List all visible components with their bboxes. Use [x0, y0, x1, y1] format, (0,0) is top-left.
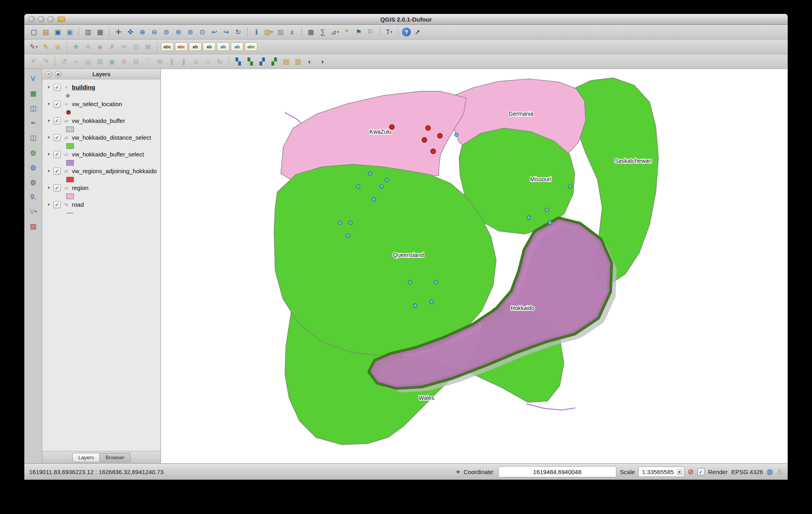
map-canvas[interactable]: SaskatchewanGermaniaMissouriKwaZuluWales… [161, 69, 788, 463]
add-wcs-layer-icon[interactable]: ◍ [27, 162, 39, 173]
building-point-13[interactable] [455, 133, 458, 136]
scale-combo-arrow-icon[interactable]: ▾ [677, 469, 682, 475]
region-queensland[interactable] [274, 164, 496, 356]
layer-checkbox-vw_select_location[interactable]: ✓ [53, 101, 61, 108]
layer-expand-arrow-icon[interactable]: ▾ [46, 101, 51, 107]
layer-item-road[interactable]: ▾✓∿road [42, 200, 160, 209]
merge-features-icon[interactable]: ∪ [190, 56, 201, 67]
zoom-out-icon[interactable]: ⊖ [149, 27, 160, 38]
map-tips-icon[interactable]: ❝ [341, 27, 352, 38]
whats-this-icon[interactable]: ➚ [412, 27, 423, 38]
layer-item-vw_hokkaido_buffer[interactable]: ▾✓▱vw_hokkaido_buffer [42, 116, 160, 125]
road-swatch[interactable] [66, 213, 73, 214]
pan-to-selection-icon[interactable]: ✜ [125, 27, 136, 38]
region-swatch[interactable] [66, 194, 74, 199]
layer-item-vw_select_location[interactable]: ▾✓∘vw_select_location [42, 99, 160, 109]
building-point-16[interactable] [548, 221, 552, 225]
field-calculator-icon[interactable]: ∑ [317, 27, 328, 38]
road-line-2[interactable] [526, 404, 575, 410]
add-part-icon[interactable]: ⊞ [95, 56, 105, 67]
help-contents-icon[interactable]: ? [402, 28, 411, 36]
increase-brightness-icon[interactable]: ▤ [281, 56, 291, 67]
building-point-12[interactable] [430, 300, 434, 304]
log-messages-icon[interactable]: ⚠ [776, 468, 783, 475]
building-point-1[interactable] [368, 172, 372, 175]
building-point-6[interactable] [339, 221, 342, 225]
layer-checkbox-vw_hokkaido_buffer_select[interactable]: ✓ [53, 151, 61, 158]
building-point-4[interactable] [356, 185, 360, 188]
layer-labeling-icon[interactable]: abc [161, 42, 174, 51]
save-project-as-icon[interactable]: ▣ [64, 27, 75, 38]
node-tool-icon[interactable]: ◈ [95, 42, 105, 52]
copy-features-icon[interactable]: ⊡ [131, 42, 141, 52]
tab-layers[interactable]: Layers [72, 453, 100, 462]
add-wms-layer-icon[interactable]: ◍ [27, 147, 39, 158]
layer-expand-arrow-icon[interactable]: ▾ [46, 118, 51, 123]
save-layer-edits-icon[interactable]: ▣ [52, 42, 63, 52]
merge-attributes-icon[interactable]: ∩ [202, 56, 213, 67]
label-show-hide-icon[interactable]: ab [203, 42, 216, 51]
new-print-composer-icon[interactable]: ▥ [83, 27, 93, 38]
split-features-icon[interactable]: ∥ [166, 56, 177, 67]
building-point-2[interactable] [385, 178, 388, 182]
add-wfs-layer-icon[interactable]: ◍ [27, 176, 39, 188]
select-by-expression-icon[interactable]: ε [287, 27, 298, 38]
vw_hokkaido_distance_select-swatch[interactable] [66, 143, 74, 149]
layer-expand-arrow-icon[interactable]: ▾ [46, 135, 51, 140]
zoom-native-icon[interactable]: ⊜ [161, 27, 172, 38]
panel-close-icon[interactable]: ✕ [45, 71, 52, 77]
crs-status-icon[interactable]: ◍ [766, 468, 773, 475]
zoom-full-icon[interactable]: ⊛ [173, 27, 184, 38]
scale-combo[interactable]: 1:33565585 ▾ [638, 467, 684, 477]
layer-expand-arrow-icon[interactable]: ▾ [46, 152, 51, 157]
offset-curve-icon[interactable]: ≋ [154, 56, 165, 67]
reshape-features-icon[interactable]: ⌒ [143, 56, 153, 67]
zoom-last-icon[interactable]: ↩ [209, 27, 220, 38]
label-move-icon[interactable]: ab [217, 42, 230, 51]
stop-rendering-icon[interactable]: ⊘ [688, 468, 694, 475]
layer-expand-arrow-icon[interactable]: ▾ [46, 185, 51, 190]
layer-checkbox-region[interactable]: ✓ [53, 184, 61, 192]
show-bookmarks-icon[interactable]: ⚐ [365, 27, 376, 38]
vw_regions_adjoining_hokkaido-swatch[interactable] [66, 177, 74, 182]
add-feature-icon[interactable]: ✚ [71, 42, 81, 52]
vw_hokkaido_buffer-swatch[interactable] [66, 127, 74, 132]
panel-float-icon[interactable]: ◉ [55, 71, 61, 77]
label-rotate-icon[interactable]: ab [231, 42, 244, 51]
zoom-to-selection-icon[interactable]: ⊚ [185, 27, 196, 38]
new-project-icon[interactable]: ▢ [28, 27, 39, 38]
identify-features-icon[interactable]: ℹ [251, 27, 262, 38]
local-cumulative-stretch-icon[interactable]: ▞ [257, 56, 267, 67]
layer-item-building[interactable]: ▾✓∘building [42, 83, 160, 92]
building-point-7[interactable] [349, 221, 352, 225]
add-spatialite-layer-icon[interactable]: ✒ [27, 117, 39, 128]
building-point-15[interactable] [545, 208, 549, 212]
add-delimited-text-layer-icon[interactable]: 9, [27, 191, 39, 202]
delete-selected-icon[interactable]: ✗ [107, 42, 117, 52]
label-toggle-icon[interactable]: abc [175, 42, 188, 51]
coordinate-input[interactable] [498, 466, 616, 477]
decrease-contrast-icon[interactable]: ◑ [317, 56, 327, 67]
increase-contrast-icon[interactable]: ◐ [305, 56, 315, 67]
map-view[interactable]: SaskatchewanGermaniaMissouriKwaZuluWales… [161, 69, 788, 463]
move-feature-icon[interactable]: ✛ [83, 42, 93, 52]
open-attribute-table-icon[interactable]: ▦ [305, 27, 316, 38]
add-raster-layer-icon[interactable]: ▦ [27, 88, 39, 99]
toggle-editing-icon[interactable]: ✎ [40, 42, 51, 52]
layer-checkbox-road[interactable]: ✓ [53, 201, 61, 208]
mouse-position-icon[interactable]: ⌖ [456, 468, 460, 475]
zoom-next-icon[interactable]: ↪ [221, 27, 232, 38]
add-postgis-layer-icon[interactable]: ◫ [27, 103, 39, 114]
layer-item-vw_hokkaido_distance_select[interactable]: ▾✓▱vw_hokkaido_distance_select [42, 133, 160, 142]
current-edits-icon[interactable]: ✎▾ [28, 42, 39, 52]
new-bookmark-icon[interactable]: ⚑ [353, 27, 364, 38]
building-point-3[interactable] [380, 185, 383, 188]
building-point-5[interactable] [372, 198, 376, 201]
open-project-icon[interactable]: ▤ [40, 27, 51, 38]
rotate-feature-icon[interactable]: ↺ [59, 56, 69, 67]
add-vector-layer-icon[interactable]: V [27, 73, 39, 84]
building-swatch[interactable] [66, 94, 69, 97]
building-point-11[interactable] [413, 304, 417, 307]
text-annotation-icon[interactable]: T▾ [384, 27, 394, 38]
layer-expand-arrow-icon[interactable]: ▾ [46, 202, 51, 207]
